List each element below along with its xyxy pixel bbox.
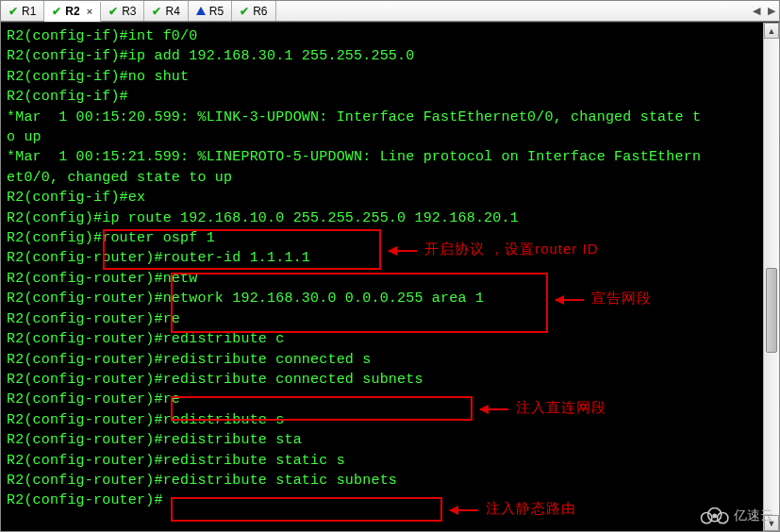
scroll-down-button[interactable]: ▼ [764,515,779,531]
scroll-up-button[interactable]: ▲ [764,23,779,39]
tab-r1[interactable]: ✔R1 [1,1,44,21]
tab-bar: ✔R1✔R2×✔R3✔R4R5✔R6 ◀ ▶ [1,1,779,22]
tab-label: R2 [65,5,79,18]
tab-label: R6 [253,5,267,18]
scroll-thumb[interactable] [766,268,777,353]
tab-label: R1 [22,5,36,18]
tab-scroll-right-button[interactable]: ▶ [764,4,779,19]
check-icon: ✔ [240,5,249,18]
close-icon[interactable]: × [87,6,92,17]
terminal-panel: R2(config-if)#int f0/0 R2(config-if)#ip … [1,22,779,531]
check-icon: ✔ [152,5,161,18]
check-icon: ✔ [52,5,61,18]
vertical-scrollbar[interactable]: ▲ ▼ [763,23,779,531]
terminal-output[interactable]: R2(config-if)#int f0/0 R2(config-if)#ip … [1,23,779,515]
tab-r2[interactable]: ✔R2× [44,2,101,22]
tab-r3[interactable]: ✔R3 [101,1,144,21]
tab-label: R4 [165,5,179,18]
tab-label: R5 [209,5,224,18]
tab-r6[interactable]: ✔R6 [232,1,275,21]
check-icon: ✔ [8,5,18,18]
tab-r5[interactable]: R5 [189,1,232,21]
tab-label: R3 [122,5,136,18]
tab-scroll-left-button[interactable]: ◀ [749,4,764,19]
warning-icon [196,7,206,15]
tab-r4[interactable]: ✔R4 [144,1,188,21]
check-icon: ✔ [108,5,118,18]
